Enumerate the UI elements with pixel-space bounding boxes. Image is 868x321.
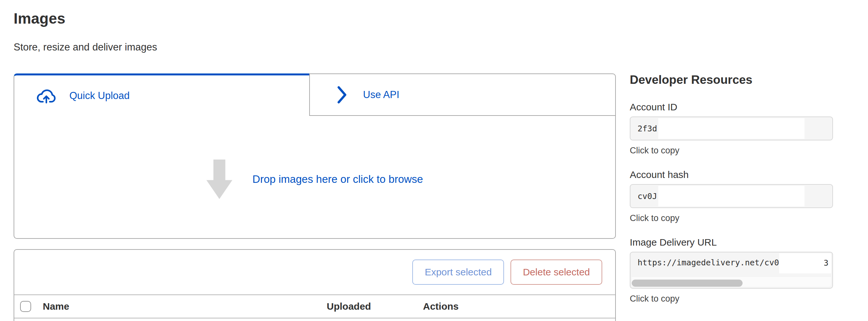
tab-use-api-label: Use API — [363, 89, 399, 101]
horizontal-scrollbar-thumb[interactable] — [632, 280, 743, 287]
image-delivery-url-value-box[interactable]: https://imagedelivery.net/cv0JSj 3 — [630, 252, 833, 289]
developer-resources-title: Developer Resources — [630, 72, 833, 88]
account-id-value-box[interactable]: 2f3d — [630, 116, 833, 140]
redacted-value-overlay — [658, 186, 804, 207]
account-id-label: Account ID — [630, 102, 833, 113]
account-id-value: 2f3d — [638, 124, 657, 133]
upload-tabs: Quick Upload Use API — [13, 73, 616, 116]
click-to-copy-hint: Click to copy — [630, 146, 833, 156]
page-header: Images Store, resize and deliver images — [13, 10, 157, 53]
page-title: Images — [13, 10, 157, 27]
upload-panel: Quick Upload Use API Drop images here or… — [13, 73, 616, 239]
tab-quick-upload-label: Quick Upload — [69, 90, 130, 102]
chevron-right-icon — [337, 86, 347, 104]
table-toolbar: Export selected Delete selected — [14, 250, 615, 295]
select-all-checkbox[interactable] — [20, 301, 31, 312]
account-hash-value: cv0J — [638, 191, 657, 201]
table-header-row: Name Uploaded Actions — [14, 295, 615, 318]
page-subtitle: Store, resize and deliver images — [13, 41, 157, 53]
images-table-panel: Export selected Delete selected Name Upl… — [13, 249, 616, 321]
account-id-resource: Account ID 2f3d Click to copy — [630, 102, 833, 156]
column-header-actions: Actions — [423, 301, 615, 312]
redacted-value-overlay — [779, 253, 831, 274]
redaction-edge-fragment: 3 — [824, 258, 829, 269]
select-all-cell — [14, 301, 43, 312]
column-header-name: Name — [43, 301, 327, 312]
image-delivery-url-value: https://imagedelivery.net/cv0JSj — [638, 252, 794, 273]
tab-use-api[interactable]: Use API — [309, 73, 616, 116]
export-selected-button[interactable]: Export selected — [412, 259, 504, 285]
tab-quick-upload[interactable]: Quick Upload — [13, 73, 309, 116]
dropzone-label: Drop images here or click to browse — [252, 173, 423, 185]
delete-selected-button[interactable]: Delete selected — [510, 259, 602, 285]
down-arrow-icon — [207, 159, 232, 199]
image-delivery-url-label: Image Delivery URL — [630, 237, 833, 248]
redacted-value-overlay — [658, 118, 804, 139]
account-hash-value-box[interactable]: cv0J — [630, 184, 833, 208]
column-header-uploaded: Uploaded — [327, 301, 423, 312]
developer-resources-panel: Developer Resources Account ID 2f3d Clic… — [630, 72, 833, 304]
click-to-copy-hint: Click to copy — [630, 294, 833, 304]
account-hash-resource: Account hash cv0J Click to copy — [630, 169, 833, 223]
click-to-copy-hint: Click to copy — [630, 213, 833, 223]
image-dropzone[interactable]: Drop images here or click to browse — [13, 116, 616, 239]
cloud-upload-icon — [36, 88, 58, 104]
account-hash-label: Account hash — [630, 169, 833, 180]
image-delivery-url-resource: Image Delivery URL https://imagedelivery… — [630, 237, 833, 304]
